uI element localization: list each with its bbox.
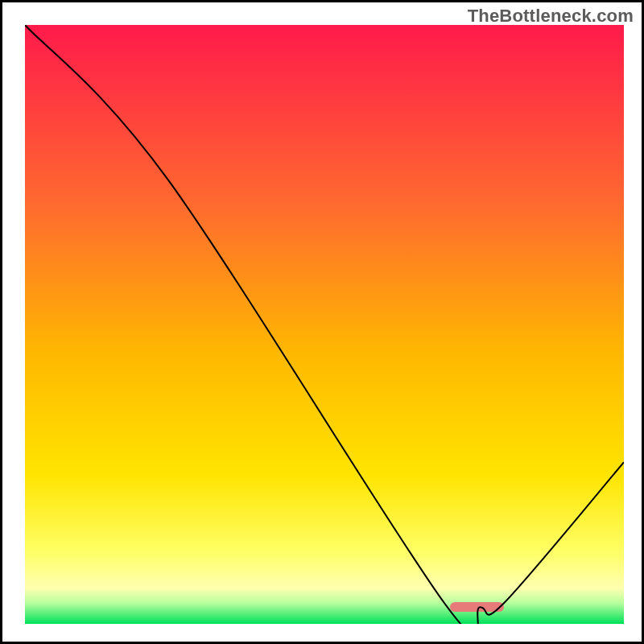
chart-frame: TheBottleneck.com (0, 0, 644, 644)
background-gradient (25, 25, 624, 624)
svg-rect-0 (25, 25, 624, 624)
plot-area (25, 25, 624, 624)
minimum-marker (450, 602, 504, 612)
watermark-text: TheBottleneck.com (468, 6, 634, 27)
